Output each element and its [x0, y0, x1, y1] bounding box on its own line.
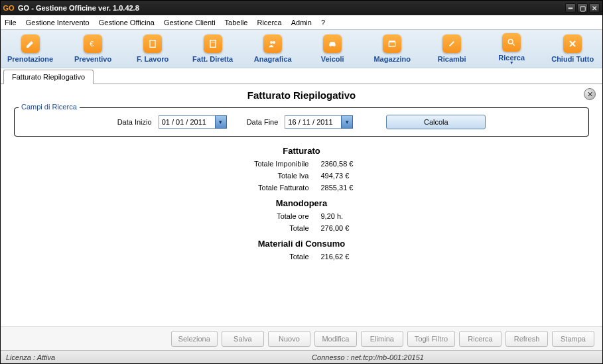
elimina-button[interactable]: Elimina: [361, 331, 403, 347]
window-title: GO - Gestione Officine ver. 1.0.42.8: [18, 4, 565, 12]
menu-tabelle[interactable]: Tabelle: [225, 19, 248, 27]
status-connection: Connesso : net.tcp://nb-001:20151: [139, 353, 597, 361]
label-totale-ore: Totale ore: [230, 212, 309, 220]
value-manodopera-totale: 276,00 €: [321, 224, 374, 232]
svg-text:€: €: [90, 40, 94, 48]
svg-point-7: [334, 45, 335, 46]
pencil-icon: [21, 34, 40, 53]
menu-help[interactable]: ?: [321, 19, 325, 27]
menu-gestione-officina[interactable]: Gestione Officina: [99, 19, 155, 27]
svg-point-10: [509, 39, 513, 44]
value-materiali-totale: 216,62 €: [321, 253, 374, 261]
row-totale-imponibile: Totale Imponibile 2360,58 €: [14, 160, 589, 168]
tool-preventivo[interactable]: € Preventivo: [73, 34, 113, 63]
tool-chiudi-tutto[interactable]: Chiudi Tutto: [551, 34, 594, 63]
maximize-button[interactable]: ▢: [577, 3, 588, 13]
value-totale-ore: 9,20 h.: [321, 212, 374, 220]
svg-point-5: [273, 41, 275, 44]
row-totale-ore: Totale ore 9,20 h.: [14, 212, 589, 220]
content-area: ✕ Fatturato Riepilogativo Campi di Ricer…: [1, 84, 602, 326]
data-inizio-dropdown-button[interactable]: [215, 115, 227, 129]
chevron-down-icon: ▼: [509, 60, 514, 65]
svg-rect-2: [210, 40, 216, 48]
tool-veicoli[interactable]: Veicoli: [312, 34, 352, 63]
menu-gestione-clienti[interactable]: Gestione Clienti: [164, 19, 216, 27]
refresh-button[interactable]: Refresh: [505, 331, 548, 347]
tool-magazzino[interactable]: Magazzino: [372, 34, 412, 63]
label-materiali-totale: Totale: [230, 253, 309, 261]
minimize-button[interactable]: ━: [565, 3, 576, 13]
fatturato-heading: Fatturato: [14, 146, 589, 156]
close-window-button[interactable]: ✕: [589, 3, 600, 13]
action-bar: Seleziona Salva Nuovo Modifica Elimina T…: [1, 326, 602, 350]
label-totale-imponibile: Totale Imponibile: [230, 160, 309, 168]
statusbar: Licenza : Attiva Connesso : net.tcp://nb…: [1, 350, 602, 363]
car-icon: [323, 34, 342, 53]
stampa-button[interactable]: Stampa: [552, 331, 594, 347]
row-totale-fatturato: Totale Fatturato 2855,31 €: [14, 184, 589, 192]
menubar: File Gestione Intervento Gestione Offici…: [1, 15, 602, 30]
ricerca-button[interactable]: Ricerca: [459, 331, 502, 347]
app-logo-icon: GO: [3, 3, 14, 13]
close-tab-button[interactable]: ✕: [584, 88, 596, 100]
svg-point-6: [330, 45, 332, 46]
calcola-button[interactable]: Calcola: [386, 115, 486, 129]
svg-rect-1: [150, 40, 155, 48]
menu-file[interactable]: File: [5, 19, 17, 27]
salva-button[interactable]: Salva: [222, 331, 264, 347]
data-inizio-combo: [159, 115, 227, 129]
data-inizio-input[interactable]: [159, 115, 215, 129]
people-icon: [263, 34, 282, 53]
row-manodopera-totale: Totale 276,00 €: [14, 224, 589, 232]
svg-rect-9: [389, 40, 395, 42]
tabstrip: Fatturato Riepilogativo: [1, 68, 602, 84]
modifica-button[interactable]: Modifica: [314, 331, 357, 347]
togli-filtro-button[interactable]: Togli Filtro: [407, 331, 455, 347]
value-totale-fatturato: 2855,31 €: [321, 184, 374, 192]
label-manodopera-totale: Totale: [230, 224, 309, 232]
materiali-heading: Materiali di Consumo: [14, 239, 589, 249]
tool-flavoro[interactable]: F. Lavoro: [133, 34, 172, 63]
page-title: Fatturato Riepilogativo: [14, 90, 589, 101]
toolbar: Prenotazione € Preventivo F. Lavoro Fatt…: [1, 30, 602, 68]
app-window: GO GO - Gestione Officine ver. 1.0.42.8 …: [0, 0, 603, 364]
data-fine-label: Data Fine: [247, 118, 279, 126]
euro-icon: €: [84, 34, 102, 53]
value-totale-imponibile: 2360,58 €: [321, 160, 374, 168]
data-fine-input[interactable]: [285, 115, 341, 129]
tab-fatturato-riepilogativo[interactable]: Fatturato Riepilogativo: [3, 70, 94, 84]
document-icon: [143, 34, 162, 53]
nuovo-button[interactable]: Nuovo: [268, 331, 310, 347]
search-legend: Campi di Ricerca: [19, 103, 80, 111]
close-icon: [563, 34, 582, 53]
menu-admin[interactable]: Admin: [291, 19, 312, 27]
status-license: Licenza : Attiva: [6, 353, 139, 361]
parts-icon: [442, 34, 461, 53]
manodopera-heading: Manodopera: [14, 198, 589, 208]
data-fine-combo: [285, 115, 353, 129]
search-icon: [502, 33, 521, 52]
label-totale-iva: Totale Iva: [230, 172, 309, 180]
tool-ricambi[interactable]: Ricambi: [432, 34, 472, 63]
row-totale-iva: Totale Iva 494,73 €: [14, 172, 589, 180]
seleziona-button[interactable]: Seleziona: [171, 331, 218, 347]
menu-ricerca[interactable]: Ricerca: [257, 19, 281, 27]
data-fine-dropdown-button[interactable]: [341, 115, 353, 129]
label-totale-fatturato: Totale Fatturato: [230, 184, 309, 192]
box-icon: [383, 34, 401, 53]
value-totale-iva: 494,73 €: [321, 172, 374, 180]
svg-rect-8: [389, 42, 395, 46]
tool-anagrafica[interactable]: Anagrafica: [253, 34, 293, 63]
titlebar: GO GO - Gestione Officine ver. 1.0.42.8 …: [1, 1, 602, 15]
tool-ricerca[interactable]: Ricerca ▼: [492, 33, 531, 65]
svg-point-4: [270, 41, 273, 44]
menu-gestione-intervento[interactable]: Gestione Intervento: [26, 19, 90, 27]
svg-line-11: [513, 43, 515, 45]
search-fieldset: Campi di Ricerca Data Inizio Data Fine C…: [14, 107, 589, 137]
tool-prenotazione[interactable]: Prenotazione: [7, 34, 53, 63]
data-inizio-label: Data Inizio: [117, 118, 152, 126]
invoice-icon: [204, 34, 222, 53]
tool-fatt-diretta[interactable]: Fatt. Diretta: [192, 34, 233, 63]
row-materiali-totale: Totale 216,62 €: [14, 253, 589, 261]
